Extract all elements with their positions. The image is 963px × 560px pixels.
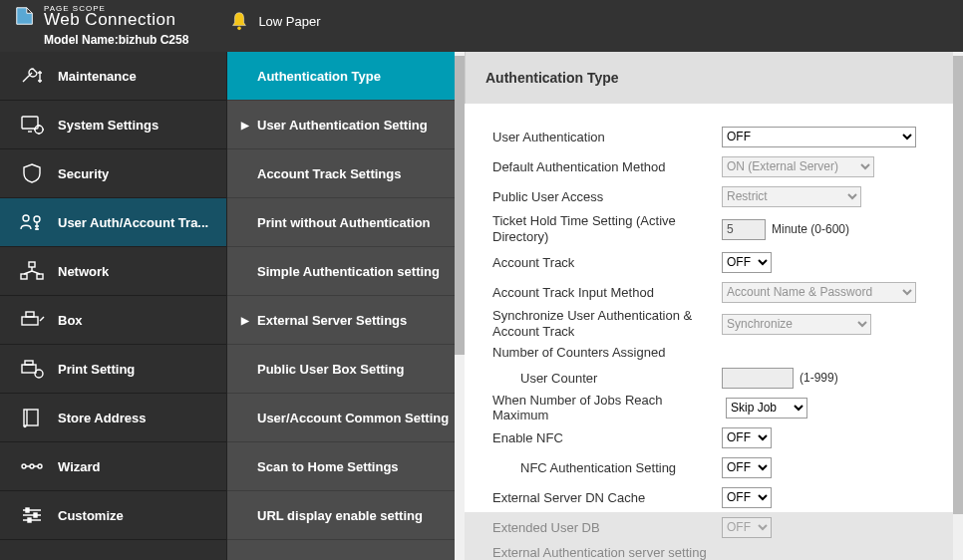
svg-rect-18 [34,513,37,517]
label-user-counter: User Counter [492,371,722,386]
subnav-print-wo-auth[interactable]: Print without Authentication [227,198,465,247]
nav-user-auth[interactable]: User Auth/Account Tra... [0,198,226,247]
subnav-label: Print without Authentication [257,215,431,230]
row-default-auth: Default Authentication Method ON (Extern… [492,151,945,181]
primary-nav: Maintenance System Settings Security Use… [0,52,227,560]
label-account-track: Account Track [492,255,722,270]
status-text: Low Paper [258,14,320,29]
row-counters: Number of Counters Assigned [492,341,945,363]
page-scope-logo-icon [14,5,36,29]
scrollbar-thumb[interactable] [953,56,963,514]
svg-rect-19 [28,518,31,522]
subnav-common-setting[interactable]: User/Account Common Setting [227,394,465,442]
user-counter-suffix: (1-999) [800,371,838,385]
subnav-simple-auth[interactable]: Simple Authentication setting [227,247,465,296]
slider-icon [18,504,46,526]
subnav-scrollbar[interactable] [455,52,465,560]
printer-icon [18,309,46,331]
select-nfc[interactable]: OFF [722,427,772,448]
row-nfc: Enable NFC OFF [492,422,945,452]
content-scrollbar[interactable] [953,52,963,560]
select-jobs-max[interactable]: Skip Job [726,398,807,419]
svg-rect-13 [24,410,38,425]
nav-store-address[interactable]: Store Address [0,394,226,442]
nav-label: Store Address [58,411,146,425]
subnav-public-user-box[interactable]: Public User Box Setting [227,345,465,394]
nav-customize[interactable]: Customize [0,491,226,540]
select-account-track[interactable]: OFF [722,252,772,273]
label-counters: Number of Counters Assigned [492,345,722,360]
select-dn-cache[interactable]: OFF [722,487,772,508]
row-nfc-setting: NFC Authentication Setting OFF [492,452,945,482]
subnav-scan-home[interactable]: Scan to Home Settings [227,442,465,491]
row-jobs-max: When Number of Jobs Reach Maximum Skip J… [492,393,945,422]
wizard-icon [18,455,46,477]
label-ext-auth: External Authentication server setting [492,545,792,560]
select-nfc-setting[interactable]: OFF [722,457,772,478]
scrollbar-thumb[interactable] [455,56,465,355]
label-default-auth: Default Authentication Method [492,159,722,174]
content-panel: Authentication Type User Authentication … [465,52,963,560]
nav-box[interactable]: Box [0,296,226,345]
label-dn-cache: External Server DN Cache [492,490,722,505]
low-paper-icon [228,10,250,32]
select-sync: Synchronize [722,314,871,335]
subnav-url-display[interactable]: URL display enable setting [227,491,465,540]
title-block: PAGE SCOPE Web Connection Model Name:biz… [44,5,188,47]
svg-point-4 [34,216,40,222]
main-area: Maintenance System Settings Security Use… [0,52,963,560]
label-public-access: Public User Access [492,189,722,204]
label-nfc: Enable NFC [492,430,722,445]
row-ext-db: Extended User DB OFF [492,512,945,542]
row-user-counter: User Counter (1-999) [492,363,945,393]
nav-label: System Settings [58,118,159,133]
svg-point-2 [35,126,43,134]
secondary-nav: Authentication Type ▶ User Authenticatio… [227,52,465,560]
select-public-access: Restrict [722,186,861,207]
nav-wizard[interactable]: Wizard [0,442,226,491]
model-line: Model Name:bizhub C258 [44,33,188,47]
nav-label: Print Setting [58,362,135,377]
subnav-external-server[interactable]: ▶ External Server Settings [227,296,465,345]
nav-print-setting[interactable]: Print Setting [0,345,226,394]
row-public-access: Public User Access Restrict [492,181,945,211]
label-user-auth: User Authentication [492,130,722,144]
nav-security[interactable]: Security [0,149,226,198]
subnav-label: Account Track Settings [257,166,401,181]
status-block: Low Paper [228,10,320,32]
subnav-label: Public User Box Setting [257,362,404,377]
subnav-label: URL display enable setting [257,508,423,523]
svg-rect-7 [37,274,43,279]
wrench-icon [18,65,46,87]
label-nfc-setting: NFC Authentication Setting [492,460,722,475]
print-gear-icon [18,358,46,380]
page-title: Authentication Type [465,52,963,104]
subnav-label: External Server Settings [257,313,407,328]
nav-system-settings[interactable]: System Settings [0,101,226,149]
input-ticket-time [722,219,766,240]
subnav-label: User/Account Common Setting [257,411,449,425]
form-area: User Authentication OFF Default Authenti… [465,104,963,560]
nav-network[interactable]: Network [0,247,226,296]
nav-label: Wizard [58,459,101,474]
app-header: PAGE SCOPE Web Connection Model Name:biz… [0,0,963,52]
label-ext-db: Extended User DB [492,520,722,535]
svg-rect-8 [22,317,38,325]
select-user-auth[interactable]: OFF [722,127,916,147]
subnav-user-auth-setting[interactable]: ▶ User Authentication Setting [227,101,465,149]
row-account-track: Account Track OFF [492,247,945,277]
nav-maintenance[interactable]: Maintenance [0,52,226,101]
row-user-auth: User Authentication OFF [492,122,945,151]
svg-point-15 [30,464,34,468]
subnav-auth-type[interactable]: Authentication Type [227,52,465,101]
row-sync: Synchronize User Authentication & Accoun… [492,307,945,341]
svg-rect-5 [29,262,35,267]
label-at-input: Account Track Input Method [492,285,722,300]
subnav-account-track-settings[interactable]: Account Track Settings [227,149,465,198]
subnav-label: Scan to Home Settings [257,459,399,474]
nav-label: Network [58,264,109,279]
subnav-label: Simple Authentication setting [257,264,440,279]
subnav-label: Authentication Type [257,69,381,84]
nav-label: Maintenance [58,69,137,84]
chevron-right-icon: ▶ [241,120,255,131]
